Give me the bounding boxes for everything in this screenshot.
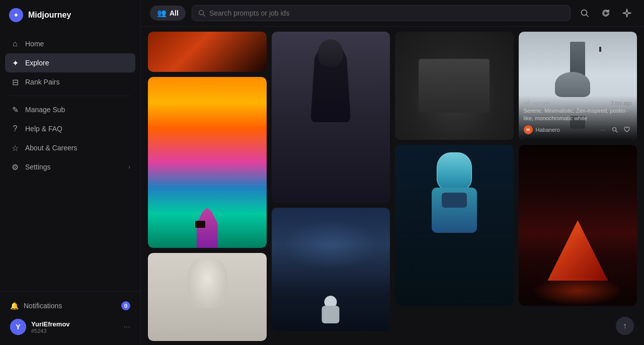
- scroll-to-top-button[interactable]: ↑: [616, 317, 634, 335]
- grid-column-3: [395, 32, 514, 341]
- main-content: 👥 All: [141, 0, 644, 345]
- topbar-icons: [577, 5, 635, 21]
- all-label: All: [170, 9, 179, 17]
- image-grid-container[interactable]: /v5_upscale 3 hrs ago Serene, Minimalist…: [141, 27, 644, 345]
- card-footer: H Habanero ···: [524, 125, 632, 135]
- settings-icon: ⚙: [10, 162, 20, 172]
- image-card[interactable]: [395, 145, 514, 306]
- settings-label: Settings: [25, 163, 51, 171]
- card-description: Serene, Minimalistic, Zen-inspired, post…: [524, 107, 632, 122]
- sidebar-bottom: 🔔 Notifications 0 Y YuriEfremov #5243 ··…: [0, 291, 140, 345]
- search-icon: [580, 9, 589, 18]
- avatar: Y: [10, 319, 26, 335]
- about-label: About & Careers: [25, 144, 77, 152]
- grid-column-4: /v5_upscale 3 hrs ago Serene, Minimalist…: [519, 32, 637, 341]
- topbar: 👥 All: [141, 0, 644, 27]
- image-card[interactable]: [519, 145, 637, 306]
- grid-column-1: [148, 32, 267, 341]
- about-icon: ☆: [10, 143, 20, 153]
- image-card-featured[interactable]: /v5_upscale 3 hrs ago Serene, Minimalist…: [519, 32, 637, 140]
- manage-sub-icon: ✎: [10, 105, 20, 115]
- svg-point-6: [613, 128, 616, 131]
- home-label: Home: [25, 40, 44, 48]
- sidebar: ✦ Midjourney ⌂ Home ✦ Explore ⊟ Rank Pai…: [0, 0, 141, 345]
- user-info: YuriEfremov #5243: [31, 320, 119, 334]
- home-icon: ⌂: [10, 39, 20, 49]
- search-card-icon[interactable]: [610, 125, 620, 135]
- grid-column-2: [272, 32, 390, 341]
- card-command: /v5_upscale 3 hrs ago: [524, 101, 632, 106]
- help-icon: ?: [10, 124, 20, 134]
- card-username: Habanero: [536, 127, 595, 133]
- image-card[interactable]: [148, 253, 267, 341]
- svg-text:Y: Y: [16, 323, 21, 331]
- rank-pairs-icon: ⊟: [10, 77, 20, 87]
- sidebar-item-help-faq[interactable]: ? Help & FAQ: [5, 119, 135, 138]
- image-card[interactable]: [148, 77, 267, 248]
- svg-line-7: [616, 131, 617, 132]
- heart-icon[interactable]: [622, 125, 632, 135]
- notification-badge: 0: [121, 301, 130, 310]
- sidebar-item-settings[interactable]: ⚙ Settings ›: [5, 157, 135, 177]
- user-tag: #5243: [31, 328, 119, 334]
- image-card[interactable]: [272, 32, 390, 203]
- explore-icon: ✦: [10, 58, 20, 68]
- search-input[interactable]: [209, 9, 564, 17]
- all-icon: 👥: [157, 9, 167, 18]
- sidebar-item-rank-pairs[interactable]: ⊟ Rank Pairs: [5, 72, 135, 92]
- search-bar-icon: [198, 10, 205, 17]
- image-card[interactable]: [148, 32, 267, 72]
- user-row[interactable]: Y YuriEfremov #5243 ···: [5, 315, 135, 339]
- sparkle-button[interactable]: [619, 5, 635, 21]
- user-name: YuriEfremov: [31, 320, 119, 328]
- card-avatar: H: [524, 125, 533, 134]
- all-filter-button[interactable]: 👥 All: [150, 6, 186, 21]
- sidebar-item-home[interactable]: ⌂ Home: [5, 34, 135, 53]
- svg-line-5: [586, 15, 588, 17]
- image-card[interactable]: [395, 32, 514, 140]
- sidebar-item-explore[interactable]: ✦ Explore: [5, 53, 135, 72]
- help-label: Help & FAQ: [25, 125, 62, 133]
- search-bar[interactable]: [192, 5, 571, 21]
- more-options-icon[interactable]: ···: [598, 125, 608, 135]
- bell-icon: 🔔: [10, 302, 19, 310]
- masonry-grid: /v5_upscale 3 hrs ago Serene, Minimalist…: [148, 27, 637, 341]
- sparkle-icon: [622, 9, 631, 18]
- card-info-overlay: /v5_upscale 3 hrs ago Serene, Minimalist…: [519, 96, 637, 140]
- more-icon[interactable]: ···: [124, 322, 130, 331]
- manage-sub-label: Manage Sub: [25, 106, 65, 114]
- sidebar-item-about-careers[interactable]: ☆ About & Careers: [5, 138, 135, 157]
- sidebar-item-manage-sub[interactable]: ✎ Manage Sub: [5, 100, 135, 119]
- card-actions: ···: [598, 125, 632, 135]
- search-button[interactable]: [577, 5, 593, 21]
- nav-divider: [10, 96, 130, 96]
- notifications-item[interactable]: 🔔 Notifications 0: [5, 297, 135, 315]
- rank-pairs-label: Rank Pairs: [25, 78, 59, 86]
- refresh-icon: [601, 9, 610, 18]
- notifications-label: Notifications: [24, 302, 62, 310]
- chevron-right-icon: ›: [128, 163, 130, 170]
- main-nav: ⌂ Home ✦ Explore ⊟ Rank Pairs ✎ Manage S…: [0, 30, 140, 291]
- logo[interactable]: ✦ Midjourney: [0, 0, 140, 30]
- refresh-button[interactable]: [598, 5, 614, 21]
- image-card[interactable]: [272, 208, 390, 331]
- logo-text: Midjourney: [28, 11, 71, 20]
- logo-icon: ✦: [9, 8, 23, 22]
- explore-label: Explore: [25, 59, 49, 67]
- svg-line-3: [203, 15, 205, 17]
